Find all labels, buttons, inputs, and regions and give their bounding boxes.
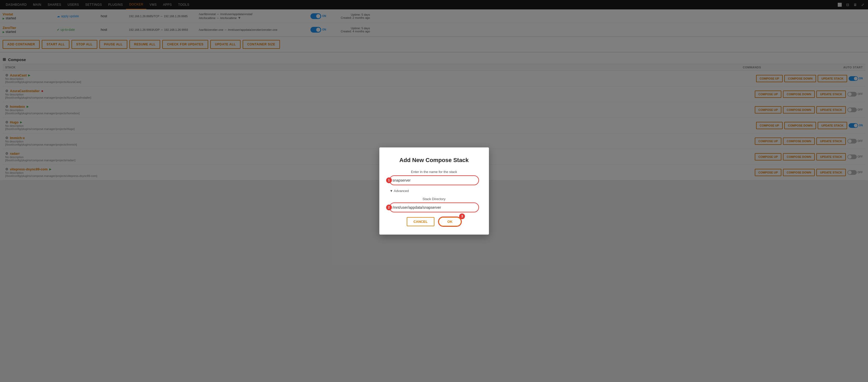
add-compose-stack-modal: Add New Compose Stack Enter in the name … (379, 148, 489, 180)
name-input-wrapper: 1 (390, 176, 478, 180)
stack-name-input[interactable] (390, 176, 478, 180)
modal-overlay: Add New Compose Stack Enter in the name … (0, 0, 868, 180)
modal-title: Add New Compose Stack (390, 157, 478, 164)
modal-name-label: Enter in the name for the stack (390, 170, 478, 174)
